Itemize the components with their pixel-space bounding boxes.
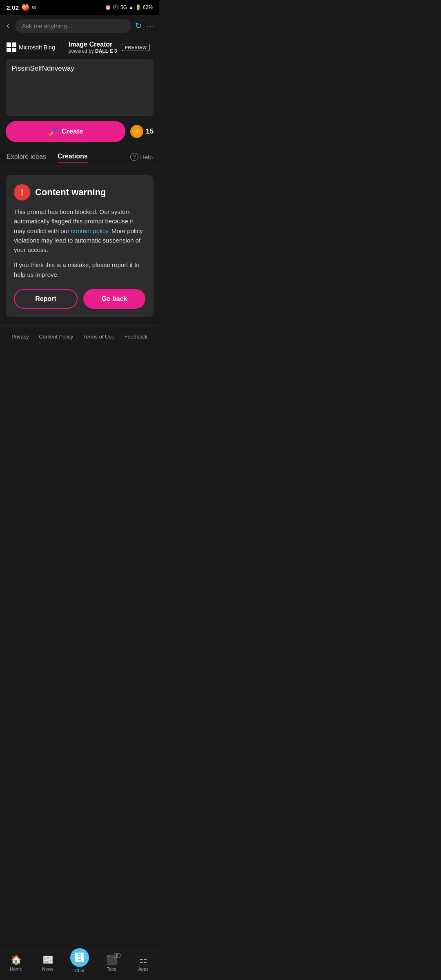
- image-creator-title: Image Creator: [69, 41, 117, 48]
- create-button-icon: 🖌️: [48, 127, 58, 136]
- prompt-text[interactable]: PissinSelfNdriveway: [11, 65, 74, 72]
- warning-icon: !: [14, 184, 30, 200]
- go-back-button[interactable]: Go back: [83, 289, 145, 309]
- footer-feedback[interactable]: Feedback: [125, 334, 148, 340]
- status-bar: 2:02 🍑 ∞ ⏰ 📳 5G ▲ 🔋 62%: [0, 0, 159, 15]
- tab-creations[interactable]: Creations: [58, 150, 88, 163]
- image-creator-subtitle: powered by DALL·E 3: [69, 48, 117, 54]
- status-left: 2:02 🍑 ∞: [7, 4, 36, 11]
- footer-links: Privacy Content Policy Terms of Use Feed…: [0, 325, 159, 344]
- tab-explore-ideas[interactable]: Explore ideas: [7, 151, 46, 163]
- status-icon-fruit: 🍑: [21, 4, 29, 11]
- bing-divider: [62, 41, 62, 54]
- bing-logo-text: Microsoft Bing: [19, 44, 55, 51]
- help-button[interactable]: ? Help: [130, 153, 153, 161]
- content-warning-card: ! Content warning This prompt has been b…: [6, 175, 154, 317]
- refresh-button[interactable]: ↻: [135, 21, 142, 31]
- create-row: 🖌️ Create ⚡ 15: [6, 121, 154, 142]
- signal-icon: ▲: [129, 4, 134, 10]
- create-button-label: Create: [62, 127, 83, 136]
- bing-header: Microsoft Bing Image Creator powered by …: [0, 37, 159, 59]
- warning-buttons: Report Go back: [14, 289, 145, 309]
- footer-privacy[interactable]: Privacy: [11, 334, 29, 340]
- warning-body-text: This prompt has been blocked. Our system…: [14, 207, 145, 254]
- network-5g: 5G: [120, 4, 127, 10]
- search-placeholder: Ask me anything...: [22, 22, 72, 29]
- boost-badge: ⚡ 15: [130, 125, 154, 138]
- nav-bar: ‹ Ask me anything... ↻ ⋯: [0, 15, 159, 37]
- help-icon: ?: [130, 153, 138, 161]
- warning-header: ! Content warning: [14, 184, 145, 200]
- battery-percent: 62%: [143, 4, 153, 10]
- boost-count: 15: [146, 127, 154, 136]
- warning-body-part3: If you think this is a mistake, please r…: [14, 260, 145, 279]
- footer-content-policy[interactable]: Content Policy: [39, 334, 73, 340]
- dalle-text: DALL·E 3: [95, 48, 117, 54]
- create-button[interactable]: 🖌️ Create: [6, 121, 125, 142]
- tabs-row: Explore ideas Creations ? Help: [0, 149, 159, 167]
- image-creator-info: Image Creator powered by DALL·E 3: [69, 41, 117, 54]
- help-label: Help: [140, 154, 153, 160]
- back-button[interactable]: ‹: [5, 19, 11, 33]
- search-bar[interactable]: Ask me anything...: [15, 19, 131, 33]
- prompt-input-container[interactable]: PissinSelfNdriveway: [6, 59, 154, 116]
- bing-logo-grid: [7, 42, 16, 52]
- report-button[interactable]: Report: [14, 289, 78, 309]
- more-options-button[interactable]: ⋯: [146, 21, 154, 31]
- content-policy-link[interactable]: content policy: [71, 227, 108, 234]
- boost-lightning-icon: ⚡: [130, 125, 143, 138]
- preview-badge: PREVIEW: [122, 44, 149, 51]
- bing-logo: Microsoft Bing: [7, 42, 55, 52]
- footer-terms-of-use[interactable]: Terms of Use: [83, 334, 115, 340]
- status-time: 2:02: [7, 4, 19, 11]
- status-icon-infinity: ∞: [32, 4, 36, 11]
- warning-exclamation: !: [21, 188, 24, 197]
- alarm-icon: ⏰: [105, 4, 111, 10]
- status-icons-right: ⏰ 📳 5G ▲ 🔋 62%: [105, 4, 153, 10]
- warning-title: Content warning: [35, 187, 106, 198]
- vibrate-icon: 📳: [113, 4, 119, 10]
- battery-icon: 🔋: [135, 4, 141, 10]
